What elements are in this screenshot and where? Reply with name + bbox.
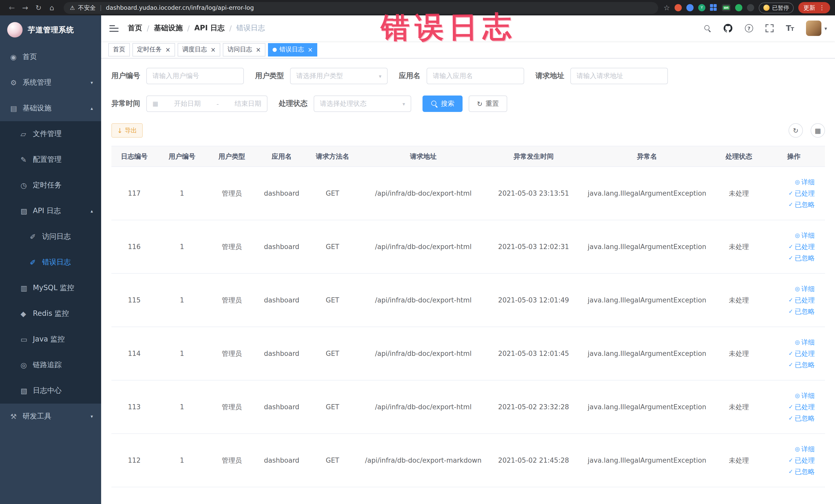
cell-5: /api/infra/db-doc/export-markdown [358, 434, 488, 487]
breadcrumb-item[interactable]: API 日志 [194, 24, 225, 33]
github-icon[interactable] [724, 24, 733, 33]
breadcrumb-item[interactable]: 首页 [128, 24, 142, 33]
filter-select-user-type[interactable]: 请选择用户类型▾ [290, 68, 388, 84]
close-icon[interactable]: × [210, 46, 216, 53]
cell-7: java.lang.IllegalArgumentException [579, 274, 715, 327]
filter-input-user-id[interactable]: 请输入用户编号 [146, 68, 244, 84]
action-详细[interactable]: ◎详细 [765, 337, 815, 348]
cell-8: 未处理 [715, 274, 762, 327]
browser-update-button[interactable]: 更新 ⋮ [798, 2, 830, 13]
action-详细[interactable]: ◎详细 [765, 443, 815, 455]
extension-icon-on-badge[interactable]: on [722, 4, 731, 11]
reset-button[interactable]: ↻重置 [469, 96, 507, 112]
config-icon: ✎ [21, 156, 33, 164]
filter-label: 处理状态 [279, 99, 307, 108]
sidebar-item-java[interactable]: ▭Java 监控 [0, 327, 101, 352]
action-详细[interactable]: ◎详细 [765, 176, 815, 188]
sidebar-item-error-log[interactable]: ✐错误日志 [0, 249, 101, 275]
extension-icon-green[interactable]: Y [698, 4, 705, 11]
table-row: 1121管理员dashboardGET/api/infra/db-doc/exp… [111, 434, 825, 487]
sidebar-item-home[interactable]: ◉首页 [0, 44, 101, 70]
fullscreen-icon[interactable] [766, 24, 774, 32]
sidebar-item-dev-tools[interactable]: ⚒研发工具▾ [0, 404, 101, 429]
extension-icon-leaf[interactable] [735, 4, 742, 11]
extension-icon-paw[interactable] [747, 4, 754, 11]
sidebar-item-trace[interactable]: ◎链路追踪 [0, 352, 101, 378]
tab-label: 访问日志 [227, 45, 252, 54]
column-visibility-button[interactable]: ▦ [811, 123, 825, 138]
filter-daterange-exception-time[interactable]: ▦开始日期-结束日期 [146, 96, 267, 112]
forward-icon[interactable]: → [19, 4, 32, 12]
sidebar-item-label: 链路追踪 [33, 361, 62, 370]
sidebar-item-file[interactable]: ▱文件管理 [0, 121, 101, 147]
paused-extension-chip[interactable]: 已暂停 [759, 2, 794, 13]
java-icon: ▭ [21, 335, 33, 344]
close-icon[interactable]: × [307, 46, 313, 53]
sidebar-item-system[interactable]: ⚙系统管理▾ [0, 70, 101, 96]
close-icon[interactable]: × [256, 46, 261, 53]
sidebar-item-infra[interactable]: ▤基础设施▴ [0, 96, 101, 121]
reload-icon[interactable]: ↻ [32, 4, 45, 12]
action-已处理[interactable]: ✓已处理 [765, 455, 815, 466]
sidebar-item-api-log[interactable]: ▨API 日志▴ [0, 198, 101, 224]
sidebar-item-mysql[interactable]: ▥MySQL 监控 [0, 275, 101, 301]
action-已忽略[interactable]: ✓已忽略 [765, 466, 815, 477]
action-已忽略[interactable]: ✓已忽略 [765, 306, 815, 317]
action-已忽略[interactable]: ✓已忽略 [765, 253, 815, 264]
address-bar[interactable]: ⚠ 不安全 | dashboard.yudao.iocoder.cn/infra… [64, 2, 658, 14]
back-icon[interactable]: ← [5, 4, 19, 12]
font-size-icon[interactable]: TT [786, 24, 794, 33]
search-icon[interactable] [704, 25, 711, 32]
action-详细[interactable]: ◎详细 [765, 230, 815, 241]
tab-调度日志[interactable]: 调度日志× [178, 43, 220, 56]
action-label: 已忽略 [795, 253, 815, 264]
extension-icon-orange[interactable] [675, 4, 682, 11]
bookmark-star-icon[interactable]: ☆ [664, 4, 670, 12]
cell-0: 114 [111, 327, 157, 380]
extension-icon-grid[interactable] [710, 4, 717, 11]
refresh-button[interactable]: ↻ [789, 123, 803, 138]
tab-错误日志[interactable]: 错误日志× [268, 43, 317, 56]
search-button-label: 搜索 [441, 99, 454, 108]
eye-icon: ◎ [795, 230, 800, 241]
filter-input-app-name[interactable]: 请输入应用名 [427, 68, 524, 84]
tab-首页[interactable]: 首页 [108, 43, 130, 56]
row-actions: ◎详细✓已处理✓已忽略 [762, 327, 825, 380]
close-icon[interactable]: × [165, 46, 170, 53]
help-icon[interactable]: ? [745, 24, 753, 32]
sidebar-item-access-log[interactable]: ✐访问日志 [0, 224, 101, 249]
user-menu[interactable]: ▾ [806, 21, 827, 36]
cell-1: 1 [157, 220, 207, 274]
address-separator: | [100, 4, 102, 11]
home-icon[interactable]: ⌂ [45, 4, 59, 12]
action-已忽略[interactable]: ✓已忽略 [765, 412, 815, 424]
filter-input-request-url[interactable]: 请输入请求地址 [570, 68, 668, 84]
action-已处理[interactable]: ✓已处理 [765, 188, 815, 199]
cell-8: 未处理 [715, 380, 762, 434]
action-已忽略[interactable]: ✓已忽略 [765, 199, 815, 210]
tab-访问日志[interactable]: 访问日志× [223, 43, 265, 56]
export-button[interactable]: ↓ 导出 [111, 123, 143, 138]
action-已处理[interactable]: ✓已处理 [765, 401, 815, 412]
action-详细[interactable]: ◎详细 [765, 390, 815, 401]
action-已处理[interactable]: ✓已处理 [765, 348, 815, 359]
search-button[interactable]: 搜索 [423, 96, 463, 112]
app-logo[interactable]: 芋道管理系统 [0, 15, 101, 44]
filter-select-process-status[interactable]: 请选择处理状态▾ [314, 96, 411, 112]
action-详细[interactable]: ◎详细 [765, 283, 815, 295]
action-已处理[interactable]: ✓已处理 [765, 295, 815, 306]
extension-icon-blue[interactable] [686, 4, 694, 11]
cell-5: /api/infra/db-doc/export-html [358, 167, 488, 220]
sidebar-item-config[interactable]: ✎配置管理 [0, 147, 101, 173]
breadcrumb-item[interactable]: 基础设施 [154, 24, 183, 33]
tab-定时任务[interactable]: 定时任务× [133, 43, 175, 56]
sidebar-item-job[interactable]: ◷定时任务 [0, 173, 101, 198]
cell-2: 管理员 [207, 274, 257, 327]
sidebar-item-log-center[interactable]: ▧日志中心 [0, 378, 101, 404]
hamburger-icon[interactable] [109, 25, 119, 32]
action-已处理[interactable]: ✓已处理 [765, 241, 815, 253]
sidebar-item-redis[interactable]: ◆Redis 监控 [0, 301, 101, 327]
filter-label: 异常时间 [111, 99, 140, 108]
action-已忽略[interactable]: ✓已忽略 [765, 359, 815, 370]
tab-label: 调度日志 [182, 45, 207, 54]
